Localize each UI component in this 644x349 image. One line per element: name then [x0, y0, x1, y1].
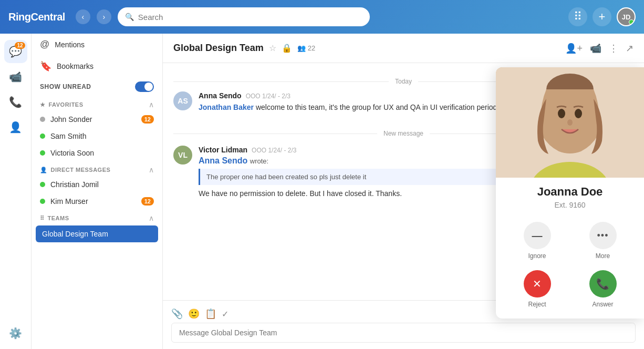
answer-icon: 📞 — [596, 278, 609, 290]
video-call-icon[interactable]: 📹 — [590, 43, 601, 54]
answer-action[interactable]: 📞 Answer — [589, 270, 617, 308]
call-card: Joanna Doe Ext. 9160 — Ignore ••• More ✕ — [496, 67, 644, 319]
quote-verb: wrote: — [250, 157, 268, 165]
emoji-icon[interactable]: 🙂 — [188, 308, 200, 320]
messaging-badge: 12 — [15, 42, 25, 49]
more-action[interactable]: ••• More — [589, 222, 617, 260]
show-unread-row: SHOW UNREAD — [32, 77, 162, 96]
icon-rail: 💬 12 📹 📞 👤 ⚙️ — [0, 34, 32, 349]
reject-icon: ✕ — [533, 278, 542, 290]
apps-grid-button[interactable]: ⠿ — [568, 7, 587, 26]
ignore-button[interactable]: — — [524, 222, 551, 249]
app-logo: RingCentral — [8, 11, 65, 23]
caller-name: Joanna Doe — [496, 178, 644, 201]
avatar-victor: VL — [173, 146, 192, 165]
favorites-collapse-icon[interactable]: ∧ — [149, 100, 154, 109]
message-input[interactable] — [171, 323, 636, 343]
status-dot-john — [40, 117, 45, 122]
expand-icon[interactable]: ↗ — [626, 43, 633, 54]
more-options-icon[interactable]: ⋮ — [609, 43, 618, 54]
back-button[interactable]: ‹ — [76, 9, 90, 24]
attach-icon[interactable]: 📎 — [171, 308, 183, 320]
call-secondary-actions: — Ignore ••• More — [496, 218, 644, 266]
teams-collapse-icon[interactable]: ∧ — [149, 214, 154, 222]
avatar-anna: AS — [173, 91, 192, 110]
quote-text: The proper one had been created so pls j… — [206, 173, 366, 181]
message-meta-anna: OOO 1/24/ - 2/3 — [246, 93, 290, 100]
online-indicator — [629, 19, 634, 25]
direct-messages-section-header: 👤 DIRECT MESSAGES ∧ — [32, 161, 162, 176]
status-dot-victoria — [40, 150, 45, 156]
new-message-label: New message — [383, 130, 423, 137]
teams-section-header: ⠿ TEAMS ∧ — [32, 210, 162, 224]
phone-nav-icon[interactable]: 📞 — [4, 90, 27, 114]
more-button[interactable]: ••• — [589, 222, 617, 249]
teams-icon: ⠿ — [40, 215, 45, 222]
bookmark-icon: 🔖 — [40, 60, 51, 72]
ignore-action[interactable]: — Ignore — [524, 222, 551, 260]
template-icon[interactable]: 📋 — [205, 308, 216, 320]
contact-name-sam: Sam Smith — [50, 132, 154, 140]
message-author-victor: Victor Lidman — [199, 146, 247, 154]
contacts-nav-icon[interactable]: 👤 — [4, 116, 27, 139]
answer-label: Answer — [592, 301, 613, 308]
favorites-label: ★ FAVORITES — [40, 101, 84, 108]
svg-point-6 — [567, 119, 573, 126]
ignore-icon: — — [532, 230, 543, 242]
ignore-label: Ignore — [528, 252, 546, 260]
contact-victoria-soon[interactable]: Victoria Soon — [32, 145, 162, 161]
direct-messages-label: 👤 DIRECT MESSAGES — [40, 167, 110, 173]
members-icon: 👥 — [297, 44, 306, 52]
contact-kim[interactable]: Kim Murser 12 — [32, 193, 162, 210]
reject-button[interactable]: ✕ — [524, 270, 551, 297]
member-count: 👥 22 — [297, 44, 315, 52]
show-unread-label: SHOW UNREAD — [40, 83, 91, 90]
contact-christian[interactable]: Christian Jomil — [32, 176, 162, 193]
favorites-section-header: ★ FAVORITES ∧ — [32, 96, 162, 111]
person-icon: 👤 — [40, 167, 48, 173]
contact-sam-smith[interactable]: Sam Smith — [32, 128, 162, 145]
mention-jonathan[interactable]: Jonathan Baker — [199, 103, 254, 111]
add-button[interactable]: + — [593, 7, 611, 26]
more-label: More — [596, 252, 610, 260]
contact-badge-john: 12 — [141, 115, 154, 124]
header-actions: ⠿ + JD — [568, 7, 636, 26]
quote-author-link[interactable]: Anna Sendo — [199, 156, 247, 165]
show-unread-toggle[interactable] — [135, 81, 154, 92]
svg-point-4 — [558, 109, 565, 118]
video-nav-icon[interactable]: 📹 — [4, 65, 27, 88]
reject-action[interactable]: ✕ Reject — [524, 270, 551, 308]
status-dot-sam — [40, 134, 45, 139]
reject-label: Reject — [528, 301, 546, 308]
app-header: RingCentral ‹ › 🔍 ⠿ + JD — [0, 0, 644, 34]
search-input[interactable] — [138, 13, 362, 22]
teams-list: Global Design Team — [32, 224, 162, 243]
message-meta-victor: OOO 1/24/ - 2/3 — [252, 147, 296, 154]
sidebar-item-bookmarks[interactable]: 🔖 Bookmarks — [32, 55, 162, 77]
contact-john-sonder[interactable]: John Sonder 12 — [32, 111, 162, 128]
dm-collapse-icon[interactable]: ∧ — [149, 166, 154, 174]
chat-header: Global Design Team ☆ 🔒 👥 22 👤+ 📹 ⋮ ↗ — [163, 34, 644, 63]
message-author-anna: Anna Sendo — [199, 91, 242, 100]
star-channel-icon[interactable]: ☆ — [269, 43, 276, 53]
contact-name-christian: Christian Jomil — [50, 180, 154, 189]
search-bar[interactable]: 🔍 — [118, 7, 370, 26]
contact-badge-kim: 12 — [141, 197, 154, 206]
sidebar: @ Mentions 🔖 Bookmarks SHOW UNREAD ★ FAV… — [32, 34, 163, 349]
channel-name: Global Design Team — [173, 43, 264, 54]
answer-button[interactable]: 📞 — [589, 270, 617, 297]
more-icon: ••• — [597, 230, 609, 241]
add-member-icon[interactable]: 👤+ — [565, 43, 583, 54]
forward-button[interactable]: › — [97, 9, 111, 24]
call-primary-actions: ✕ Reject 📞 Answer — [496, 266, 644, 319]
check-icon[interactable]: ✓ — [222, 309, 228, 319]
caller-photo — [496, 67, 644, 178]
sidebar-item-mentions[interactable]: @ Mentions — [32, 34, 162, 55]
lock-icon: 🔒 — [282, 43, 292, 53]
team-global-design[interactable]: Global Design Team — [36, 225, 158, 242]
settings-nav-icon[interactable]: ⚙️ — [4, 326, 27, 349]
user-avatar[interactable]: JD — [617, 7, 636, 26]
messaging-nav-icon[interactable]: 💬 12 — [4, 40, 27, 63]
mentions-label: Mentions — [55, 40, 85, 49]
contact-name: John Sonder — [50, 115, 136, 124]
